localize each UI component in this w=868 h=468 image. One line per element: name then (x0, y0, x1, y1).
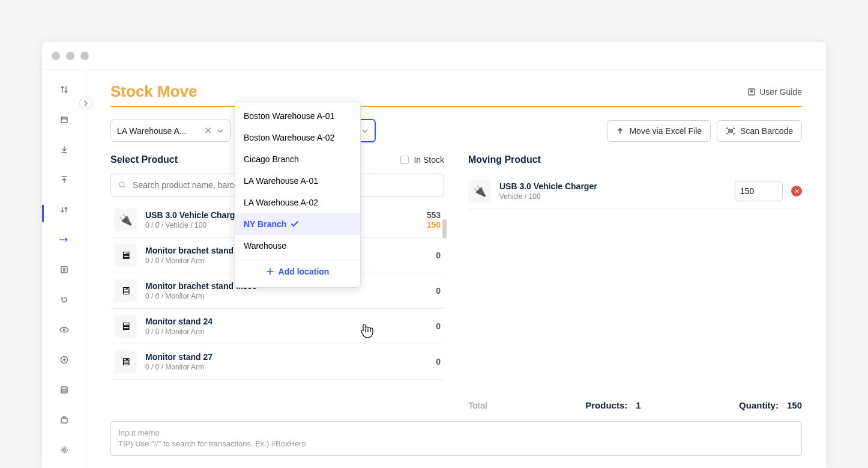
in-stock-label: In Stock (414, 155, 444, 165)
memo-input[interactable]: Input memo TIP) Use "#" to search for tr… (110, 421, 802, 456)
scale-icon[interactable] (57, 413, 71, 427)
page-header: Stock Move User Guide (110, 82, 802, 107)
move-icon[interactable] (57, 232, 71, 247)
moving-row: 🔌 USB 3.0 Vehicle Charger Vehicle / 100 … (468, 174, 802, 209)
main-content: Stock Move User Guide LA Warehouse A... … (86, 70, 826, 468)
product-qty: 0 (436, 357, 441, 366)
add-location-button[interactable]: Add location (235, 259, 360, 284)
svg-point-8 (119, 182, 124, 187)
dropdown-item[interactable]: Boston Warehouse A-01 (235, 105, 360, 127)
product-meta: 0 / 0 / Monitor Arm (145, 327, 427, 336)
plus-icon (267, 268, 274, 275)
upload-arrow-icon (616, 127, 624, 135)
quantity-value: 150 (787, 400, 802, 410)
move-excel-button[interactable]: Move via Excel File (607, 120, 711, 142)
dropdown-item[interactable]: NY Branch (235, 213, 360, 235)
svg-point-2 (63, 329, 65, 331)
select-product-title: Select Product (110, 154, 178, 165)
product-thumbnail: 🖥 (114, 350, 137, 373)
products-value: 1 (636, 400, 640, 410)
box-icon[interactable] (57, 112, 71, 127)
window-close-dot[interactable] (52, 52, 60, 60)
product-thumbnail: 🖥 (114, 279, 137, 302)
product-name: Monitor stand 24 (145, 317, 427, 326)
sidebar (42, 70, 86, 468)
product-thumbnail: 🖥 (114, 244, 137, 267)
quantity-input[interactable] (735, 181, 783, 201)
total-label: Total (468, 400, 487, 410)
moving-product-title: Moving Product (468, 154, 541, 165)
location-dropdown: Boston Warehouse A-01Boston Warehouse A-… (235, 101, 361, 288)
titlebar (42, 42, 826, 70)
chevron-down-icon (217, 129, 224, 133)
columns: Select Product In Stock 🔌 USB 3.0 Vehicl… (110, 154, 802, 421)
product-info: Monitor stand 24 0 / 0 / Monitor Arm (145, 317, 427, 336)
upload-icon[interactable] (57, 172, 71, 187)
product-qty: 0 (436, 251, 441, 260)
product-meta: 0 / 0 / Monitor Arm (145, 292, 427, 300)
product-name: USB 3.0 Vehicle Charger (499, 181, 726, 191)
plus-circle-icon[interactable] (57, 353, 71, 367)
app-body: Stock Move User Guide LA Warehouse A... … (42, 70, 826, 468)
list-icon[interactable] (57, 263, 71, 277)
history-icon[interactable] (57, 293, 71, 307)
user-guide-link[interactable]: User Guide (747, 87, 802, 97)
add-location-label: Add location (279, 267, 330, 276)
user-guide-label: User Guide (759, 87, 802, 97)
product-qty: 553150 (427, 210, 441, 229)
swap-icon[interactable] (57, 202, 71, 217)
in-stock-filter[interactable]: In Stock (400, 155, 444, 165)
download-icon[interactable] (57, 142, 71, 157)
eye-icon[interactable] (57, 323, 71, 337)
product-qty: 0 (436, 321, 441, 331)
product-qty: 0 (436, 286, 441, 296)
svg-rect-5 (61, 418, 67, 423)
svg-rect-4 (61, 387, 67, 393)
page-title: Stock Move (110, 82, 197, 101)
scan-barcode-button[interactable]: Scan Barcode (717, 120, 802, 142)
product-thumbnail: 🔌 (468, 180, 491, 202)
scan-button-label: Scan Barcode (740, 126, 793, 136)
product-info: Monitor stand 27 0 / 0 / Monitor Arm (145, 352, 427, 371)
product-row[interactable]: 🖥 Monitor stand 27 0 / 0 / Monitor Arm 0 (110, 344, 444, 380)
rows-icon[interactable] (57, 383, 71, 397)
checkbox-icon[interactable] (400, 156, 409, 164)
totals-row: Total Products: 1 Quantity: 150 (468, 389, 802, 421)
dropdown-item[interactable]: LA Warehouse A-02 (235, 192, 360, 213)
product-info: USB 3.0 Vehicle Charger Vehicle / 100 (499, 181, 726, 201)
products-label: Products: (585, 400, 627, 410)
moving-product-column: Moving Product 🔌 USB 3.0 Vehicle Charger… (468, 154, 802, 421)
memo-placeholder-2: TIP) Use "#" to search for transactions.… (118, 439, 794, 449)
excel-button-label: Move via Excel File (629, 126, 702, 136)
sort-icon[interactable] (57, 82, 71, 97)
dropdown-item[interactable]: Boston Warehouse A-02 (235, 127, 360, 148)
product-meta: 0 / 0 / Monitor Arm (145, 363, 427, 371)
chevron-down-icon (361, 129, 369, 133)
search-icon (118, 181, 127, 189)
moving-product-header: Moving Product (468, 154, 802, 165)
svg-point-6 (63, 449, 65, 451)
clear-from-icon[interactable]: ✕ (204, 125, 212, 136)
from-location-value: LA Warehouse A... (117, 126, 199, 136)
product-row[interactable]: 🖥 Monitor stand 24 0 / 0 / Monitor Arm 0 (110, 309, 444, 344)
gear-icon[interactable] (57, 443, 71, 457)
memo-placeholder-1: Input memo (118, 428, 794, 439)
window-min-dot[interactable] (66, 52, 74, 60)
window-max-dot[interactable] (80, 52, 89, 60)
product-meta: Vehicle / 100 (499, 192, 726, 201)
dropdown-item[interactable]: LA Warehouse A-01 (235, 170, 360, 192)
scrollbar-thumb[interactable] (442, 219, 447, 239)
dropdown-item[interactable]: Warehouse (235, 235, 360, 257)
product-thumbnail: 🖥 (114, 315, 137, 338)
remove-button[interactable]: ✕ (791, 186, 802, 196)
dropdown-item[interactable]: Cicago Branch (235, 148, 360, 170)
app-window: Stock Move User Guide LA Warehouse A... … (42, 42, 826, 468)
product-name: Monitor stand 27 (145, 352, 427, 362)
quantity-label: Quantity: (739, 400, 779, 410)
from-location-select[interactable]: LA Warehouse A... ✕ (110, 120, 231, 142)
active-indicator (42, 205, 44, 222)
svg-rect-0 (61, 117, 67, 123)
moving-list: 🔌 USB 3.0 Vehicle Charger Vehicle / 100 … (468, 174, 802, 209)
control-bar: LA Warehouse A... ✕ NY Branch ✕ Move vi (110, 119, 802, 142)
product-thumbnail: 🔌 (114, 208, 137, 231)
